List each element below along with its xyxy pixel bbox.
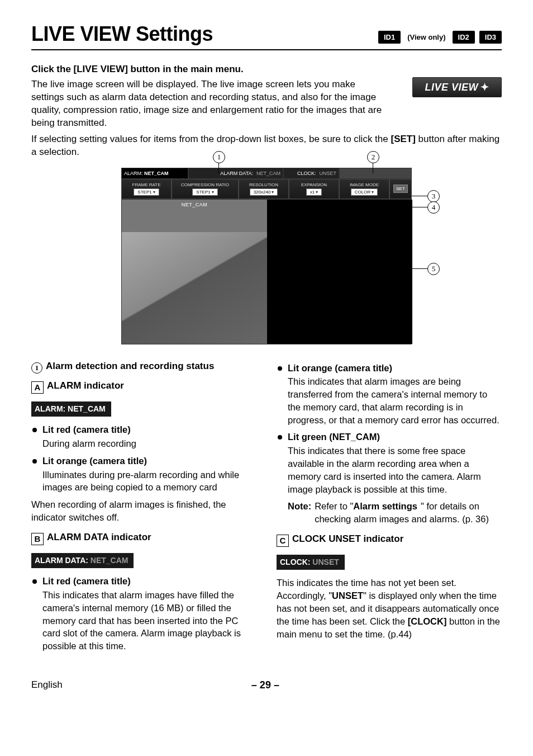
section-B-head: BALARM DATA indicator <box>31 531 256 545</box>
live-view-button-label: LIVE VIEW <box>425 82 478 93</box>
A-bullet-1-head: Lit red (camera title) <box>42 424 131 434</box>
A-para: When recording of alarm images is finish… <box>31 498 256 524</box>
C-para: This indicates the time has not yet been… <box>277 577 502 640</box>
R-bullet-1-head: Lit orange (camera title) <box>288 363 392 373</box>
callout-4: 4 <box>427 201 440 214</box>
badge-viewonly: (View only) <box>405 33 448 41</box>
intro-para2-a: If selecting setting values for items fr… <box>31 134 391 144</box>
note-b: Alarm settings <box>353 501 417 511</box>
figure-alarmdata-value: NET_CAM <box>256 171 280 176</box>
clock-label-strip-a: CLOCK: <box>280 557 310 566</box>
page-title: LIVE VIEW Settings <box>31 22 213 46</box>
A-bullet-2-body: Illuminates during pre-alarm recording a… <box>42 469 256 494</box>
figure-ui: ALARM: NET_CAM ALARM DATA: NET_CAM CLOCK… <box>121 168 412 344</box>
B-bullet-1: Lit red (camera title) <box>31 575 256 588</box>
section-C-title: CLOCK UNSET indicator <box>292 533 403 544</box>
footer-page: – 29 – <box>251 679 279 691</box>
intro-lead: Click the [LIVE VIEW] button in the main… <box>31 64 502 75</box>
R-bullet-1-body: This indicates that alarm images are bei… <box>288 375 502 426</box>
badge-id1: ID1 <box>378 31 401 44</box>
clock-label-strip-b: UNSET <box>312 557 339 566</box>
A-bullet-1: Lit red (camera title) <box>31 423 256 436</box>
section-1-title: Alarm detection and recording status <box>46 361 214 371</box>
cursor-icon: ✦ <box>480 81 489 93</box>
figure-cam-image <box>122 232 267 344</box>
alarm-label-strip-a: ALARM: <box>35 404 65 413</box>
figure-camview: NET_CAM <box>121 199 412 344</box>
alarm-label-strip-b: NET_CAM <box>68 404 106 413</box>
figure-blank-cell <box>339 168 412 179</box>
A-bullet-2: Lit orange (camera title) <box>31 455 256 467</box>
intro-para1: The live image screen will be displayed.… <box>31 78 389 130</box>
id-badges: ID1 (View only) ID2 ID3 <box>378 31 502 44</box>
left-column: 1Alarm detection and recording status AA… <box>31 360 256 657</box>
callout-line-5 <box>265 268 427 269</box>
figure-alarmdata-cell: ALARM DATA: NET_CAM <box>188 168 283 179</box>
C-para-d: [CLOCK] <box>408 616 447 626</box>
imagemode-head: IMAGE MODE <box>350 182 379 187</box>
section-B-title: ALARM DATA indicator <box>47 532 151 542</box>
framerate-head: FRAME RATE <box>132 182 161 187</box>
callout-1: 1 <box>213 151 225 163</box>
alarmdata-label-strip-a: ALARM DATA: <box>35 556 88 565</box>
alarm-label-strip: ALARM: NET_CAM <box>31 401 111 417</box>
footer-lang: English <box>31 679 63 691</box>
section-A-letter: A <box>31 381 44 394</box>
framerate-cell: FRAME RATE STEP1 <box>121 179 172 199</box>
set-button[interactable]: SET <box>393 185 408 193</box>
live-view-button[interactable]: LIVE VIEW ✦ <box>412 77 502 97</box>
section-C-head: CCLOCK UNSET indicator <box>277 532 502 547</box>
figure-alarm-cell: ALARM: NET_CAM <box>121 168 188 179</box>
callout-3: 3 <box>427 190 440 202</box>
note-label: Note: <box>288 500 311 526</box>
section-1-head: 1Alarm detection and recording status <box>31 360 256 374</box>
figure-alarm-label: ALARM: <box>124 171 143 176</box>
figure-clock-value: UNSET <box>319 171 336 176</box>
section-A-title: ALARM indicator <box>47 380 124 391</box>
intro-para2-b: [SET] <box>391 134 415 144</box>
alarmdata-label-strip: ALARM DATA: NET_CAM <box>31 553 134 568</box>
figure-settings-row: FRAME RATE STEP1 COMPRESSION RATIO STEP1… <box>121 179 412 199</box>
imagemode-cell: IMAGE MODE COLOR <box>339 179 389 199</box>
figure-cam-right <box>267 200 412 344</box>
callout-line-1 <box>218 163 219 173</box>
imagemode-dropdown[interactable]: COLOR <box>351 188 378 196</box>
R-bullet-1: Lit orange (camera title) <box>277 362 502 375</box>
footer: English – 29 – <box>0 679 533 707</box>
columns: 1Alarm detection and recording status AA… <box>31 360 502 657</box>
compression-head: COMPRESSION RATIO <box>181 182 229 187</box>
A-bullet-1-body: During alarm recording <box>42 437 256 450</box>
callout-5: 5 <box>427 263 440 275</box>
figure: 1 2 3 4 5 ALARM: NET_CAM ALARM DATA: NET… <box>121 168 412 346</box>
figure-alarm-value: NET_CAM <box>144 171 169 176</box>
badge-id2: ID2 <box>453 31 475 44</box>
C-para-b: UNSET <box>332 590 363 601</box>
resolution-dropdown[interactable]: 320x240 <box>250 188 278 196</box>
B-bullet-1-body: This indicates that alarm images have fi… <box>42 589 256 653</box>
badge-id3: ID3 <box>479 31 502 44</box>
callout-line-4 <box>265 207 427 207</box>
intro-section: Click the [LIVE VIEW] button in the main… <box>31 64 502 159</box>
expansion-cell: EXPANSION x1 <box>289 179 339 199</box>
section-B-letter: B <box>31 533 44 545</box>
expansion-dropdown[interactable]: x1 <box>306 188 322 196</box>
figure-clock-label: CLOCK: <box>297 171 316 176</box>
compression-dropdown[interactable]: STEP1 <box>192 188 217 196</box>
callout-line-3 <box>412 196 427 196</box>
section-1-number: 1 <box>31 362 42 374</box>
page-header: LIVE VIEW Settings ID1 (View only) ID2 I… <box>31 22 502 50</box>
callout-2: 2 <box>367 151 379 163</box>
R-bullet-2-head: Lit green (NET_CAM) <box>288 432 380 442</box>
expansion-head: EXPANSION <box>301 182 327 187</box>
resolution-head: RESOLUTION <box>249 182 278 187</box>
resolution-cell: RESOLUTION 320x240 <box>239 179 289 199</box>
note-a: Refer to " <box>315 501 353 511</box>
set-cell: SET <box>389 179 412 199</box>
framerate-dropdown[interactable]: STEP1 <box>134 188 159 196</box>
figure-status-row: ALARM: NET_CAM ALARM DATA: NET_CAM CLOCK… <box>121 168 412 179</box>
section-C-letter: C <box>277 535 289 547</box>
A-bullet-2-head: Lit orange (camera title) <box>42 456 147 466</box>
compression-cell: COMPRESSION RATIO STEP1 <box>172 179 239 199</box>
B-bullet-1-head: Lit red (camera title) <box>42 576 131 586</box>
intro-para2: If selecting setting values for items fr… <box>31 133 502 159</box>
